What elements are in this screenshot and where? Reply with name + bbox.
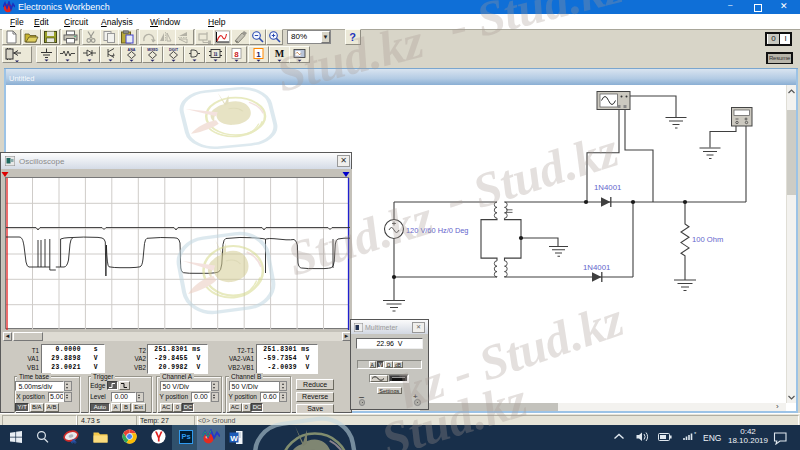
svg-text:100 Ohm: 100 Ohm: [692, 235, 723, 244]
svg-text:W: W: [230, 434, 238, 443]
svg-text:1N4001: 1N4001: [594, 183, 621, 192]
svg-text:120 V/60 Hz/0 Deg: 120 V/60 Hz/0 Deg: [406, 226, 468, 235]
svg-text:*: *: [694, 431, 697, 437]
svg-text:1N4001: 1N4001: [583, 263, 610, 272]
